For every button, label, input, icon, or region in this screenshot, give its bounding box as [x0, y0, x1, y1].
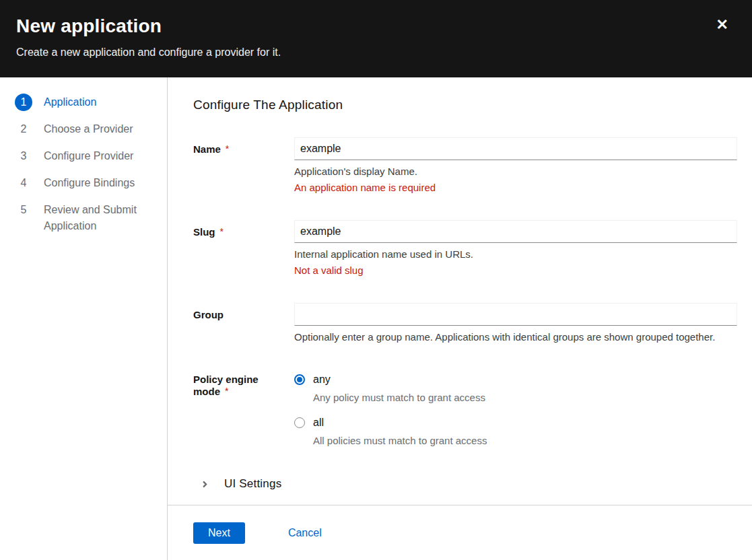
ui-settings-label: UI Settings	[224, 477, 281, 491]
step-label: Choose a Provider	[44, 120, 133, 137]
radio-button-any[interactable]	[294, 374, 305, 385]
radio-description-all: All policies must match to grant access	[313, 435, 737, 446]
group-helper-text: Optionally enter a group name. Applicati…	[294, 330, 737, 344]
step-application[interactable]: 1 Application	[15, 94, 156, 111]
radio-label-all: all	[313, 417, 324, 429]
wizard-header: New application Create a new application…	[0, 0, 752, 77]
close-icon[interactable]: ✕	[714, 15, 731, 35]
wizard-step-content: Configure The Application Name* Applicat…	[168, 77, 752, 505]
radio-description-any: Any policy must match to grant access	[313, 392, 737, 403]
step-number-badge: 5	[15, 201, 32, 219]
form-group-name: Name* Application's display Name. An app…	[193, 137, 737, 195]
slug-field[interactable]	[294, 220, 737, 243]
radio-button-all[interactable]	[294, 417, 305, 428]
name-field[interactable]	[294, 137, 737, 160]
group-field[interactable]	[294, 303, 737, 326]
chevron-right-icon	[196, 479, 213, 489]
step-number-badge: 3	[15, 147, 32, 165]
wizard-footer: Next Cancel	[168, 505, 752, 560]
step-number-badge: 1	[15, 94, 32, 111]
step-number-badge: 2	[15, 120, 32, 138]
slug-field-label: Slug	[193, 226, 215, 238]
wizard-body: 1 Application 2 Choose a Provider 3 Conf…	[0, 77, 752, 560]
cancel-button[interactable]: Cancel	[288, 522, 322, 544]
step-choose-a-provider[interactable]: 2 Choose a Provider	[15, 120, 156, 138]
step-review-and-submit[interactable]: 5 Review and Submit Application	[15, 201, 156, 234]
policy-option-any: any Any policy must match to grant acces…	[294, 374, 737, 403]
policy-option-all: all All policies must match to grant acc…	[294, 417, 737, 446]
slug-helper-text: Internal application name used in URLs.	[294, 248, 737, 261]
new-application-wizard-modal: New application Create a new application…	[0, 0, 752, 560]
step-label: Review and Submit Application	[44, 201, 156, 234]
group-field-label: Group	[193, 309, 224, 320]
next-button[interactable]: Next	[193, 522, 245, 544]
form-group-slug: Slug* Internal application name used in …	[193, 220, 737, 277]
step-configure-bindings[interactable]: 4 Configure Bindings	[15, 174, 156, 192]
wizard-steps-nav: 1 Application 2 Choose a Provider 3 Conf…	[0, 77, 168, 560]
form-group-group: Group Optionally enter a group name. App…	[193, 303, 737, 344]
required-asterisk: *	[226, 143, 229, 154]
required-asterisk: *	[225, 386, 228, 396]
radio-label-any: any	[313, 374, 331, 386]
step-number-badge: 4	[15, 174, 32, 192]
slug-error-text: Not a valid slug	[294, 264, 737, 277]
step-label: Configure Provider	[44, 147, 133, 164]
name-field-label: Name	[193, 143, 221, 155]
wizard-subtitle: Create a new application and configure a…	[16, 45, 736, 59]
step-label: Configure Bindings	[44, 174, 135, 191]
wizard-title: New application	[16, 15, 736, 38]
step-label: Application	[44, 94, 96, 110]
name-helper-text: Application's display Name.	[294, 165, 737, 178]
required-asterisk: *	[220, 226, 224, 237]
name-error-text: An application name is required	[294, 181, 737, 195]
wizard-main-column: Configure The Application Name* Applicat…	[168, 77, 752, 560]
form-group-policy-engine-mode: Policy engine mode* any Any policy must …	[193, 370, 737, 460]
step-configure-provider[interactable]: 3 Configure Provider	[15, 147, 156, 165]
application-form: Name* Application's display Name. An app…	[193, 137, 737, 491]
ui-settings-toggle[interactable]: UI Settings	[193, 477, 737, 491]
page-title: Configure The Application	[193, 98, 737, 112]
